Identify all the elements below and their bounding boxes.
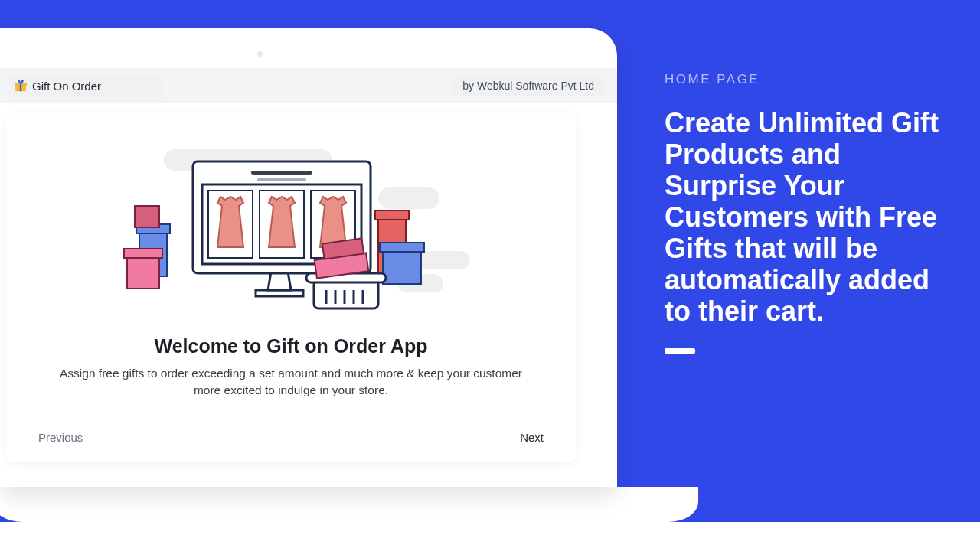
- app-title-wrap: Gift On Order: [9, 74, 162, 97]
- welcome-subtext: Assign free gifts to order exceeding a s…: [38, 365, 544, 399]
- sidebar-headline: Create Unlimited Gift Products and Surpr…: [665, 107, 940, 327]
- svg-rect-4: [378, 187, 439, 209]
- svg-rect-9: [127, 255, 159, 289]
- next-button[interactable]: Next: [520, 431, 544, 444]
- svg-rect-24: [314, 279, 378, 308]
- sidebar-kicker: HOME PAGE: [665, 72, 940, 87]
- svg-rect-19: [251, 171, 312, 175]
- svg-rect-14: [383, 249, 421, 284]
- app-byline: by Webkul Software Pvt Ltd: [453, 75, 603, 96]
- svg-rect-13: [375, 210, 409, 220]
- laptop-base: [0, 487, 698, 522]
- svg-rect-2: [20, 83, 21, 91]
- store-gifts-illustration-icon: [118, 140, 472, 318]
- app-title: Gift On Order: [32, 80, 101, 93]
- camera-dot-icon: [257, 51, 263, 57]
- laptop-frame: Gift On Order by Webkul Software Pvt Ltd: [0, 28, 617, 487]
- welcome-illustration: [38, 133, 544, 324]
- marketing-sidebar: HOME PAGE Create Unlimited Gift Products…: [665, 72, 940, 354]
- previous-button[interactable]: Previous: [38, 431, 83, 444]
- welcome-heading: Welcome to Gift on Order App: [38, 335, 544, 357]
- app-header-bar: Gift On Order by Webkul Software Pvt Ltd: [0, 68, 617, 103]
- page-bottom-strip: [0, 522, 980, 551]
- svg-rect-11: [135, 206, 159, 227]
- welcome-card: Welcome to Gift on Order App Assign free…: [6, 113, 576, 462]
- svg-rect-10: [124, 249, 162, 258]
- gift-app-icon: [14, 79, 28, 93]
- svg-rect-20: [257, 178, 306, 181]
- svg-rect-15: [380, 243, 424, 252]
- welcome-nav: Previous Next: [38, 412, 544, 444]
- accent-underline: [665, 348, 695, 354]
